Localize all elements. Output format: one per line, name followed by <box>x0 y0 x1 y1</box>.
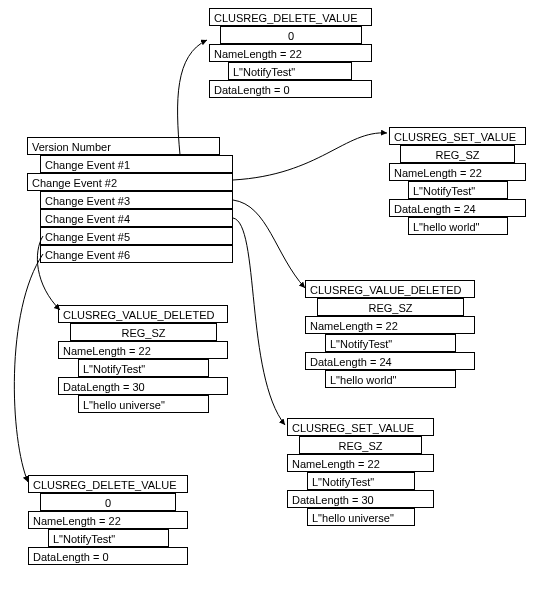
b5-row-2: L"NotifyTest" <box>78 359 209 377</box>
change-event-5: Change Event #5 <box>40 227 233 245</box>
diagram-canvas: { "source": { "header": "Version Number"… <box>0 0 538 595</box>
b3-row-0: REG_SZ <box>317 298 464 316</box>
b5-title: CLUSREG_VALUE_DELETED <box>58 305 228 323</box>
b6-row-3: DataLength = 0 <box>28 547 188 565</box>
b4-title: CLUSREG_SET_VALUE <box>287 418 434 436</box>
b6-row-2: L"NotifyTest" <box>48 529 169 547</box>
b1-row-1: NameLength = 22 <box>209 44 372 62</box>
b6-title: CLUSREG_DELETE_VALUE <box>28 475 188 493</box>
b4-row-1: NameLength = 22 <box>287 454 434 472</box>
b2-title: CLUSREG_SET_VALUE <box>389 127 526 145</box>
b5-row-1: NameLength = 22 <box>58 341 228 359</box>
b5-row-4: L"hello universe" <box>78 395 209 413</box>
b1-title: CLUSREG_DELETE_VALUE <box>209 8 372 26</box>
b4-row-3: DataLength = 30 <box>287 490 434 508</box>
b3-row-1: NameLength = 22 <box>305 316 475 334</box>
b3-row-3: DataLength = 24 <box>305 352 475 370</box>
b2-row-1: NameLength = 22 <box>389 163 526 181</box>
b1-row-2: L"NotifyTest" <box>228 62 352 80</box>
b2-row-0: REG_SZ <box>400 145 515 163</box>
b2-row-3: DataLength = 24 <box>389 199 526 217</box>
b4-row-0: REG_SZ <box>299 436 422 454</box>
change-event-4: Change Event #4 <box>40 209 233 227</box>
b2-row-4: L"hello world" <box>408 217 508 235</box>
b1-row-0: 0 <box>220 26 362 44</box>
change-event-1: Change Event #1 <box>40 155 233 173</box>
b6-row-1: NameLength = 22 <box>28 511 188 529</box>
b3-title: CLUSREG_VALUE_DELETED <box>305 280 475 298</box>
b3-row-2: L"NotifyTest" <box>325 334 456 352</box>
b3-row-4: L"hello world" <box>325 370 456 388</box>
version-number-header: Version Number <box>27 137 220 155</box>
change-event-2: Change Event #2 <box>27 173 233 191</box>
b5-row-3: DataLength = 30 <box>58 377 228 395</box>
b4-row-4: L"hello universe" <box>307 508 415 526</box>
b2-row-2: L"NotifyTest" <box>408 181 508 199</box>
b5-row-0: REG_SZ <box>70 323 217 341</box>
change-event-3: Change Event #3 <box>40 191 233 209</box>
change-event-6: Change Event #6 <box>40 245 233 263</box>
b1-row-3: DataLength = 0 <box>209 80 372 98</box>
b6-row-0: 0 <box>40 493 176 511</box>
b4-row-2: L"NotifyTest" <box>307 472 415 490</box>
